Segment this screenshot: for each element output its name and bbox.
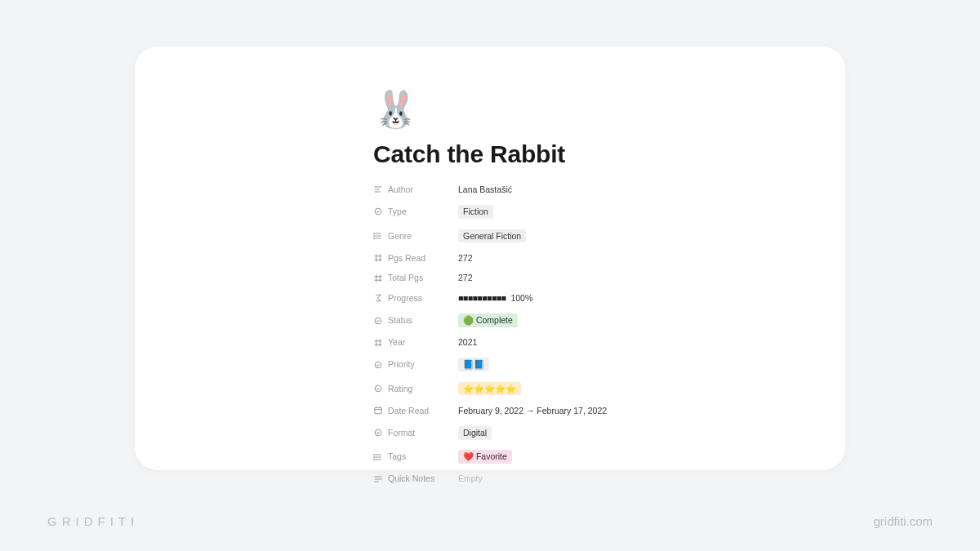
select-icon xyxy=(373,360,383,370)
property-label: Total Pgs xyxy=(388,273,423,282)
progress-percent: 100% xyxy=(510,294,532,303)
property-value[interactable]: 272 xyxy=(458,254,473,263)
property-label: Quick Notes xyxy=(388,474,434,483)
svg-rect-7 xyxy=(375,407,381,414)
type-tag: Fiction xyxy=(458,205,493,219)
date-icon xyxy=(373,406,383,415)
svg-point-3 xyxy=(374,238,375,238)
property-key: Genre xyxy=(373,231,458,241)
text-icon xyxy=(373,474,383,484)
property-key: Quick Notes xyxy=(373,474,458,484)
property-label: Date Read xyxy=(388,407,429,415)
priority-tag: 📘📘 xyxy=(458,358,489,371)
property-value[interactable]: February 9, 2022 → February 17, 2022 xyxy=(458,407,607,415)
multiselect-icon xyxy=(373,231,383,241)
property-label: Genre xyxy=(388,232,412,241)
genre-tag: General Fiction xyxy=(458,229,526,243)
svg-point-0 xyxy=(375,209,381,216)
number-icon xyxy=(373,338,383,348)
svg-point-11 xyxy=(374,459,375,460)
quick-notes-value: Empty xyxy=(458,474,483,483)
svg-point-6 xyxy=(375,385,381,392)
pgs-read-value: 272 xyxy=(458,254,473,263)
property-progress[interactable]: Progress ■■■■■■■■■■ 100% xyxy=(373,288,813,309)
svg-point-9 xyxy=(374,454,375,455)
svg-point-2 xyxy=(374,235,375,236)
site-watermark: gridfiti.com xyxy=(873,514,933,528)
property-label: Format xyxy=(388,429,415,438)
property-key: Tags xyxy=(373,452,458,462)
property-label: Author xyxy=(388,185,413,194)
page-content: 🐰 Catch the Rabbit Author Lana Bastašić xyxy=(373,91,813,489)
property-key: Year xyxy=(373,338,458,348)
property-genre[interactable]: Genre General Fiction xyxy=(373,224,813,247)
page-title[interactable]: Catch the Rabbit xyxy=(373,140,813,168)
property-rating[interactable]: Rating ⭐️⭐️⭐️⭐️⭐️ xyxy=(373,376,813,400)
property-key: Priority xyxy=(373,360,458,370)
property-value[interactable]: Lana Bastašić xyxy=(458,185,512,194)
date-read-value: February 9, 2022 → February 17, 2022 xyxy=(458,407,607,415)
property-value[interactable]: Digital xyxy=(458,426,492,440)
property-label: Status xyxy=(388,316,412,325)
property-key: Rating xyxy=(373,384,458,393)
rating-tag: ⭐️⭐️⭐️⭐️⭐️ xyxy=(458,382,521,396)
property-year[interactable]: Year 2021 xyxy=(373,332,813,353)
property-label: Rating xyxy=(388,384,412,393)
brand-watermark: GRIDFITI xyxy=(47,514,139,528)
year-value: 2021 xyxy=(458,338,477,347)
svg-point-10 xyxy=(374,456,375,457)
property-priority[interactable]: Priority 📘📘 xyxy=(373,353,813,376)
property-key: Status xyxy=(373,316,458,326)
property-key: Pgs Read xyxy=(373,253,458,263)
select-icon xyxy=(373,428,383,438)
property-value[interactable]: ⭐️⭐️⭐️⭐️⭐️ xyxy=(458,382,521,396)
tags-tag: ❤️ Favorite xyxy=(458,450,512,464)
number-icon xyxy=(373,273,383,283)
property-value[interactable]: Empty xyxy=(458,474,483,483)
property-label: Type xyxy=(388,207,407,216)
property-format[interactable]: Format Digital xyxy=(373,421,813,445)
property-status[interactable]: Status 🟢 Complete xyxy=(373,309,813,332)
property-tags[interactable]: Tags ❤️ Favorite xyxy=(373,445,813,469)
page-icon[interactable]: 🐰 xyxy=(373,91,813,127)
property-value[interactable]: 2021 xyxy=(458,338,477,347)
svg-point-4 xyxy=(375,318,381,324)
svg-point-5 xyxy=(375,362,381,368)
property-pgs-read[interactable]: Pgs Read 272 xyxy=(373,248,813,269)
property-total-pgs[interactable]: Total Pgs 272 xyxy=(373,268,813,288)
property-value[interactable]: ■■■■■■■■■■ 100% xyxy=(458,294,532,303)
property-quick-notes[interactable]: Quick Notes Empty xyxy=(373,469,813,489)
property-key: Type xyxy=(373,207,458,216)
svg-point-1 xyxy=(374,233,375,233)
property-key: Date Read xyxy=(373,406,458,415)
property-type[interactable]: Type Fiction xyxy=(373,200,813,224)
number-icon xyxy=(373,253,383,263)
property-value[interactable]: ❤️ Favorite xyxy=(458,450,512,464)
property-value[interactable]: Fiction xyxy=(458,205,493,219)
total-pgs-value: 272 xyxy=(458,273,473,282)
property-key: Total Pgs xyxy=(373,273,458,283)
property-value[interactable]: General Fiction xyxy=(458,229,526,243)
property-label: Year xyxy=(388,338,405,347)
property-label: Progress xyxy=(388,294,422,303)
page-card: 🐰 Catch the Rabbit Author Lana Bastašić xyxy=(135,47,845,470)
property-label: Priority xyxy=(388,360,415,369)
text-icon xyxy=(373,184,383,194)
property-value[interactable]: 272 xyxy=(458,273,473,282)
svg-point-8 xyxy=(375,430,381,437)
multiselect-icon xyxy=(373,452,383,462)
property-value[interactable]: 🟢 Complete xyxy=(458,313,518,327)
property-key: Progress xyxy=(373,293,458,303)
property-key: Author xyxy=(373,184,458,194)
select-icon xyxy=(373,384,383,393)
property-list: Author Lana Bastašić Type Fiction xyxy=(373,180,813,489)
property-date-read[interactable]: Date Read February 9, 2022 → February 17… xyxy=(373,401,813,421)
select-icon xyxy=(373,207,383,216)
property-author[interactable]: Author Lana Bastašić xyxy=(373,180,813,200)
format-tag: Digital xyxy=(458,426,492,440)
property-value[interactable]: 📘📘 xyxy=(458,358,489,371)
progress-bar: ■■■■■■■■■■ xyxy=(458,294,506,303)
author-value: Lana Bastašić xyxy=(458,185,512,194)
status-tag: 🟢 Complete xyxy=(458,313,518,327)
select-icon xyxy=(373,316,383,326)
